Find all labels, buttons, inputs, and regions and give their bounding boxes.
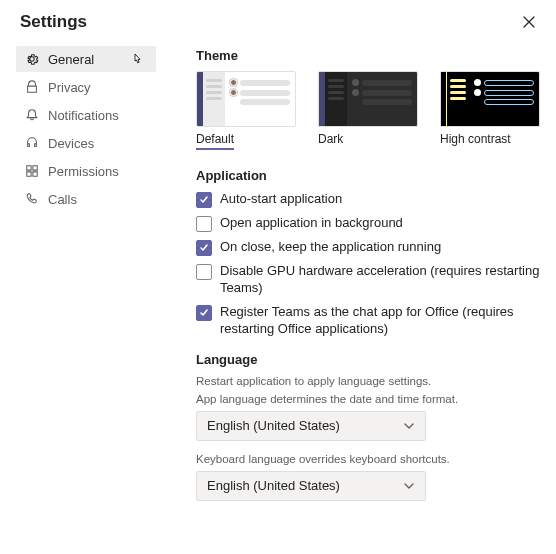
close-icon [523, 16, 535, 28]
option-label: Auto-start application [220, 191, 342, 208]
theme-heading: Theme [196, 48, 540, 63]
select-value: English (United States) [207, 478, 340, 493]
language-restart-hint: Restart application to apply language se… [196, 375, 540, 387]
checkbox-autostart[interactable] [196, 192, 212, 208]
sidebar-item-label: Devices [48, 136, 94, 151]
sidebar-item-label: Privacy [48, 80, 91, 95]
application-heading: Application [196, 168, 540, 183]
theme-option-high-contrast[interactable]: High contrast [440, 71, 540, 150]
option-label: Open application in background [220, 215, 403, 232]
language-heading: Language [196, 352, 540, 367]
lock-icon [24, 79, 40, 95]
sidebar: General Privacy Notifications [16, 46, 156, 513]
app-language-select[interactable]: English (United States) [196, 411, 426, 441]
sidebar-item-privacy[interactable]: Privacy [16, 74, 156, 100]
sidebar-item-notifications[interactable]: Notifications [16, 102, 156, 128]
select-value: English (United States) [207, 418, 340, 433]
content-pane: Theme Default Dark [156, 46, 550, 513]
theme-label: High contrast [440, 132, 511, 146]
option-label: Disable GPU hardware acceleration (requi… [220, 263, 540, 297]
sidebar-item-label: Calls [48, 192, 77, 207]
sidebar-item-label: Permissions [48, 164, 119, 179]
theme-label: Default [196, 132, 234, 150]
option-label: On close, keep the application running [220, 239, 441, 256]
close-button[interactable] [520, 13, 538, 31]
option-label: Register Teams as the chat app for Offic… [220, 304, 540, 338]
sidebar-item-general[interactable]: General [16, 46, 156, 72]
page-title: Settings [20, 12, 87, 32]
theme-option-dark[interactable]: Dark [318, 71, 418, 150]
theme-preview-high-contrast [440, 71, 540, 127]
keyboard-language-hint: Keyboard language overrides keyboard sho… [196, 453, 540, 465]
sidebar-item-calls[interactable]: Calls [16, 186, 156, 212]
sidebar-item-permissions[interactable]: Permissions [16, 158, 156, 184]
checkbox-register-chat-app[interactable] [196, 305, 212, 321]
sidebar-item-devices[interactable]: Devices [16, 130, 156, 156]
checkbox-on-close-keep-running[interactable] [196, 240, 212, 256]
chevron-down-icon [403, 480, 415, 492]
sidebar-item-label: Notifications [48, 108, 119, 123]
app-language-hint: App language determines the date and tim… [196, 393, 540, 405]
theme-option-default[interactable]: Default [196, 71, 296, 150]
checkbox-open-background[interactable] [196, 216, 212, 232]
keyboard-language-select[interactable]: English (United States) [196, 471, 426, 501]
gear-icon [24, 51, 40, 67]
apps-icon [24, 163, 40, 179]
headset-icon [24, 135, 40, 151]
sidebar-item-label: General [48, 52, 94, 67]
chevron-down-icon [403, 420, 415, 432]
theme-preview-dark [318, 71, 418, 127]
pointer-cursor-icon [130, 52, 146, 68]
phone-icon [24, 191, 40, 207]
bell-icon [24, 107, 40, 123]
theme-label: Dark [318, 132, 343, 146]
checkbox-disable-gpu[interactable] [196, 264, 212, 280]
theme-preview-default [196, 71, 296, 127]
